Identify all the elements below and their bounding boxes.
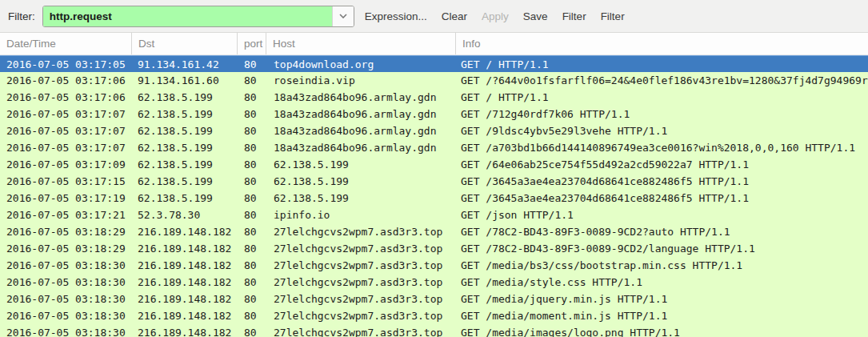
cell-host: 27lelchgcvs2wpm7.asd3r3.top <box>266 307 456 324</box>
save-button[interactable]: Save <box>523 10 548 22</box>
cell-port: 80 <box>238 223 266 240</box>
table-row[interactable]: 2016-07-05 03:17:0691.134.161.6080rosein… <box>0 72 868 89</box>
filter-button-2[interactable]: Filter <box>601 10 625 22</box>
table-row[interactable]: 2016-07-05 03:18:30216.189.148.1828027le… <box>0 324 868 337</box>
table-row[interactable]: 2016-07-05 03:17:0962.138.5.1998062.138.… <box>0 156 868 173</box>
cell-datetime: 2016-07-05 03:17:05 <box>0 56 132 72</box>
cell-dst: 62.138.5.199 <box>132 190 238 207</box>
cell-dst: 216.189.148.182 <box>132 324 238 337</box>
cell-host: 18a43zad864bo96.armlay.gdn <box>266 122 456 139</box>
table-body: 2016-07-05 03:17:0591.134.161.4280top4do… <box>0 55 868 337</box>
cell-datetime: 2016-07-05 03:18:30 <box>0 274 132 291</box>
cell-info: GET / HTTP/1.1 <box>456 89 868 106</box>
cell-port: 80 <box>238 72 266 89</box>
cell-host: 18a43zad864bo96.armlay.gdn <box>266 139 456 156</box>
cell-host: top4download.org <box>266 56 456 72</box>
table-row[interactable]: 2016-07-05 03:17:1562.138.5.1998062.138.… <box>0 173 868 190</box>
cell-datetime: 2016-07-05 03:17:07 <box>0 139 132 156</box>
cell-host: roseindia.vip <box>266 72 456 89</box>
column-header-dst[interactable]: Dst <box>132 33 238 54</box>
column-header-info[interactable]: Info <box>456 33 868 54</box>
filter-button-1[interactable]: Filter <box>562 10 586 22</box>
cell-datetime: 2016-07-05 03:18:30 <box>0 307 132 324</box>
cell-port: 80 <box>238 274 266 291</box>
cell-port: 80 <box>238 291 266 307</box>
cell-dst: 62.138.5.199 <box>132 156 238 173</box>
table-row[interactable]: 2016-07-05 03:18:30216.189.148.1828027le… <box>0 274 868 291</box>
table-row[interactable]: 2016-07-05 03:18:30216.189.148.1828027le… <box>0 257 868 274</box>
cell-datetime: 2016-07-05 03:17:06 <box>0 89 132 106</box>
table-row[interactable]: 2016-07-05 03:17:2152.3.78.3080ipinfo.io… <box>0 207 868 223</box>
cell-host: 18a43zad864bo96.armlay.gdn <box>266 89 456 106</box>
cell-host: 18a43zad864bo96.armlay.gdn <box>266 106 456 122</box>
column-header-datetime[interactable]: Date/Time <box>0 33 132 54</box>
table-row[interactable]: 2016-07-05 03:17:0762.138.5.1998018a43za… <box>0 122 868 139</box>
cell-info: GET / HTTP/1.1 <box>456 56 868 72</box>
cell-datetime: 2016-07-05 03:17:07 <box>0 122 132 139</box>
filter-combobox <box>42 6 354 27</box>
cell-host: 27lelchgcvs2wpm7.asd3r3.top <box>266 291 456 307</box>
cell-host: ipinfo.io <box>266 207 456 223</box>
filter-toolbar: Filter: Expression... Clear Apply Save F… <box>0 0 868 33</box>
cell-port: 80 <box>238 207 266 223</box>
cell-info: GET /3645a3ae4ea23704d68641ce882486f5 HT… <box>456 173 868 190</box>
cell-datetime: 2016-07-05 03:17:21 <box>0 207 132 223</box>
table-header: Date/Time Dst port Host Info <box>0 33 868 55</box>
cell-port: 80 <box>238 122 266 139</box>
cell-dst: 216.189.148.182 <box>132 257 238 274</box>
table-row[interactable]: 2016-07-05 03:18:29216.189.148.1828027le… <box>0 223 868 240</box>
filter-label: Filter: <box>8 10 35 22</box>
cell-port: 80 <box>238 156 266 173</box>
cell-dst: 91.134.161.60 <box>132 72 238 89</box>
cell-port: 80 <box>238 190 266 207</box>
cell-host: 62.138.5.199 <box>266 173 456 190</box>
cell-port: 80 <box>238 307 266 324</box>
table-row[interactable]: 2016-07-05 03:17:0662.138.5.1998018a43za… <box>0 89 868 106</box>
table-row[interactable]: 2016-07-05 03:18:30216.189.148.1828027le… <box>0 291 868 307</box>
cell-info: GET /media/images/logo.png HTTP/1.1 <box>456 324 868 337</box>
table-row[interactable]: 2016-07-05 03:17:0762.138.5.1998018a43za… <box>0 139 868 156</box>
cell-host: 62.138.5.199 <box>266 156 456 173</box>
chevron-down-icon <box>339 14 347 18</box>
cell-datetime: 2016-07-05 03:17:07 <box>0 106 132 122</box>
packet-list-window: Filter: Expression... Clear Apply Save F… <box>0 0 868 337</box>
cell-info: GET /9ldsc4ybv5e29l3vehe HTTP/1.1 <box>456 122 868 139</box>
table-row[interactable]: 2016-07-05 03:17:0762.138.5.1998018a43za… <box>0 106 868 122</box>
column-header-host[interactable]: Host <box>266 33 456 54</box>
cell-port: 80 <box>238 173 266 190</box>
cell-host: 27lelchgcvs2wpm7.asd3r3.top <box>266 240 456 257</box>
column-header-port[interactable]: port <box>238 33 266 54</box>
table-row[interactable]: 2016-07-05 03:18:29216.189.148.1828027le… <box>0 240 868 257</box>
cell-host: 27lelchgcvs2wpm7.asd3r3.top <box>266 274 456 291</box>
cell-port: 80 <box>238 324 266 337</box>
cell-host: 27lelchgcvs2wpm7.asd3r3.top <box>266 223 456 240</box>
cell-host: 27lelchgcvs2wpm7.asd3r3.top <box>266 257 456 274</box>
cell-info: GET /media/bs3/css/bootstrap.min.css HTT… <box>456 257 868 274</box>
filter-input[interactable] <box>43 6 332 26</box>
cell-dst: 91.134.161.42 <box>132 56 238 72</box>
apply-button: Apply <box>482 10 509 22</box>
cell-datetime: 2016-07-05 03:18:30 <box>0 324 132 337</box>
cell-info: GET /media/style.css HTTP/1.1 <box>456 274 868 291</box>
cell-info: GET /media/jquery.min.js HTTP/1.1 <box>456 291 868 307</box>
cell-dst: 52.3.78.30 <box>132 207 238 223</box>
filter-dropdown-button[interactable] <box>332 6 354 26</box>
cell-port: 80 <box>238 257 266 274</box>
cell-datetime: 2016-07-05 03:18:30 <box>0 257 132 274</box>
cell-dst: 62.138.5.199 <box>132 139 238 156</box>
table-row[interactable]: 2016-07-05 03:17:1962.138.5.1998062.138.… <box>0 190 868 207</box>
cell-info: GET /78C2-BD43-89F3-0089-9CD2?auto HTTP/… <box>456 223 868 240</box>
cell-dst: 216.189.148.182 <box>132 291 238 307</box>
cell-dst: 62.138.5.199 <box>132 89 238 106</box>
cell-datetime: 2016-07-05 03:18:29 <box>0 223 132 240</box>
clear-button[interactable]: Clear <box>442 10 467 22</box>
table-row[interactable]: 2016-07-05 03:17:0591.134.161.4280top4do… <box>0 55 868 72</box>
expression-button[interactable]: Expression... <box>365 10 427 22</box>
cell-datetime: 2016-07-05 03:17:19 <box>0 190 132 207</box>
cell-info: GET /json HTTP/1.1 <box>456 207 868 223</box>
cell-info: GET /a703bd1b66d144140896749ea3ce0016?wi… <box>456 139 868 156</box>
cell-port: 80 <box>238 106 266 122</box>
table-row[interactable]: 2016-07-05 03:18:30216.189.148.1828027le… <box>0 307 868 324</box>
cell-datetime: 2016-07-05 03:17:15 <box>0 173 132 190</box>
cell-datetime: 2016-07-05 03:17:06 <box>0 72 132 89</box>
